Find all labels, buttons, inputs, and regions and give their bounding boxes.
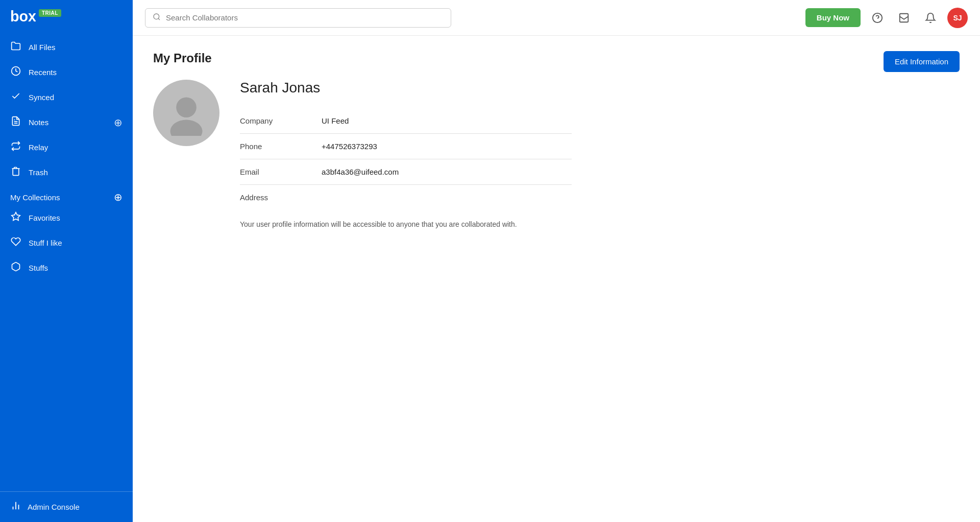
box-logo-icon: box: [10, 9, 36, 26]
sidebar-item-label: Trash: [29, 168, 122, 177]
main-content: Buy Now SJ My Profile Edit Information: [133, 0, 980, 522]
admin-console-icon: [10, 500, 21, 514]
sidebar-nav: All Files Recents Synced Notes ⊕ R: [0, 35, 133, 491]
sidebar-item-label: Favorites: [29, 213, 122, 222]
logo-box: box TRIAL: [10, 9, 61, 26]
favorites-icon: [10, 211, 21, 224]
address-row: Address: [240, 185, 572, 210]
phone-value: +447526373293: [322, 142, 572, 151]
email-value: a3bf4a36@uifeed.com: [322, 168, 572, 176]
svg-text:box: box: [10, 9, 36, 25]
svg-point-8: [154, 14, 159, 19]
trial-badge: TRIAL: [39, 9, 61, 17]
company-row: Company UI Feed: [240, 108, 572, 134]
my-collections-section: My Collections ⊕: [0, 185, 133, 205]
phone-row: Phone +447526373293: [240, 134, 572, 159]
profile-fields-table: Company UI Feed Phone +447526373293 Emai…: [240, 108, 572, 210]
sidebar-item-synced[interactable]: Synced: [0, 85, 133, 110]
sidebar-item-label: Stuffs: [29, 264, 122, 272]
page-title: My Profile: [153, 51, 960, 65]
svg-line-9: [158, 18, 160, 20]
help-button[interactable]: [868, 8, 887, 28]
avatar-icon: [163, 90, 209, 136]
buy-now-button[interactable]: Buy Now: [805, 8, 861, 27]
sidebar-item-favorites[interactable]: Favorites: [0, 205, 133, 230]
edit-information-button[interactable]: Edit Information: [884, 51, 960, 72]
search-bar[interactable]: [145, 8, 451, 28]
company-value: UI Feed: [322, 116, 572, 125]
sidebar-item-label: Synced: [29, 93, 122, 102]
svg-point-13: [176, 97, 197, 117]
send-button[interactable]: [894, 8, 914, 28]
collections-add-button[interactable]: ⊕: [114, 191, 122, 203]
admin-console-item[interactable]: Admin Console: [0, 491, 133, 522]
admin-console-label: Admin Console: [28, 503, 80, 511]
sidebar-item-label: Recents: [29, 68, 122, 77]
sidebar-logo: box TRIAL: [0, 0, 133, 35]
profile-avatar: [153, 80, 219, 146]
sidebar-item-relay[interactable]: Relay: [0, 135, 133, 160]
svg-point-14: [170, 120, 203, 136]
company-label: Company: [240, 116, 322, 125]
profile-section: Sarah Jonas Company UI Feed Phone +44752…: [153, 80, 960, 228]
email-label: Email: [240, 168, 322, 176]
sidebar-item-label: Stuff I like: [29, 239, 122, 247]
recents-icon: [10, 66, 21, 79]
address-label: Address: [240, 193, 322, 202]
email-row: Email a3bf4a36@uifeed.com: [240, 159, 572, 185]
sidebar-item-trash[interactable]: Trash: [0, 160, 133, 185]
phone-label: Phone: [240, 142, 322, 151]
stuffs-icon: [10, 262, 21, 274]
header-actions: Buy Now SJ: [805, 8, 968, 28]
profile-note: Your user profile information will be ac…: [240, 220, 960, 228]
synced-icon: [10, 91, 21, 104]
sidebar-item-stuff-i-like[interactable]: Stuff I like: [0, 230, 133, 255]
my-collections-label: My Collections: [10, 193, 107, 202]
search-input[interactable]: [166, 13, 444, 22]
notes-add-button[interactable]: ⊕: [114, 116, 122, 129]
relay-icon: [10, 141, 21, 154]
profile-name: Sarah Jonas: [240, 80, 960, 96]
svg-marker-4: [12, 212, 20, 221]
search-icon: [153, 13, 161, 23]
content-area: My Profile Edit Information Sarah Jonas …: [133, 36, 980, 522]
sidebar-item-label: Relay: [29, 143, 122, 152]
sidebar-item-label: All Files: [29, 43, 122, 52]
sidebar-item-notes[interactable]: Notes ⊕: [0, 110, 133, 135]
header: Buy Now SJ: [133, 0, 980, 36]
profile-info: Sarah Jonas Company UI Feed Phone +44752…: [240, 80, 960, 228]
trash-icon: [10, 166, 21, 179]
notes-icon: [10, 116, 21, 129]
sidebar-item-recents[interactable]: Recents: [0, 60, 133, 85]
stuff-i-like-icon: [10, 236, 21, 249]
sidebar-item-stuffs[interactable]: Stuffs: [0, 255, 133, 280]
notifications-button[interactable]: [921, 8, 940, 28]
folder-icon: [10, 41, 21, 54]
sidebar: box TRIAL All Files Recents Synced: [0, 0, 133, 522]
sidebar-item-label: Notes: [29, 118, 107, 127]
user-avatar-button[interactable]: SJ: [947, 8, 968, 28]
sidebar-item-all-files[interactable]: All Files: [0, 35, 133, 60]
